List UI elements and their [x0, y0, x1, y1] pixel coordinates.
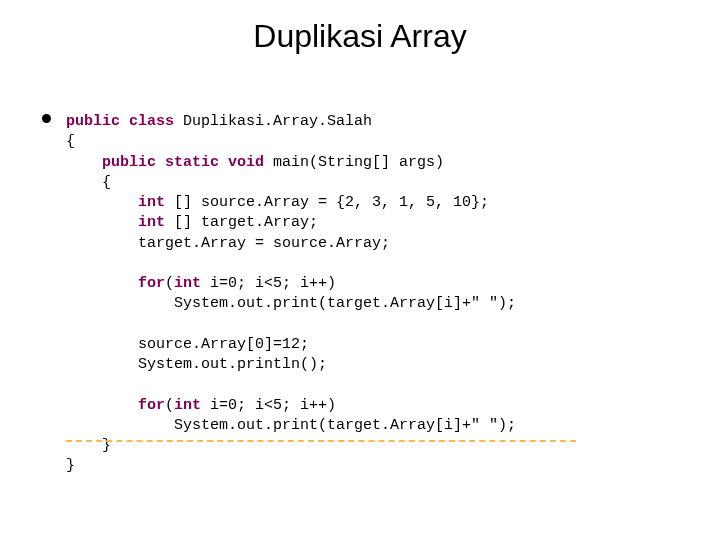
- code-text: [66, 275, 138, 292]
- code-text: (: [165, 397, 174, 414]
- code-text: System.out.print(target.Array[i]+" ");: [66, 417, 516, 434]
- code-text: target.Array = source.Array;: [66, 235, 390, 252]
- slide-title: Duplikasi Array: [0, 0, 720, 55]
- code-text: [120, 113, 129, 130]
- keyword-class: class: [129, 113, 174, 130]
- code-text: Duplikasi.Array.Salah: [174, 113, 372, 130]
- keyword-static: static: [165, 154, 219, 171]
- code-block: public class Duplikasi.Array.Salah { pub…: [66, 112, 516, 477]
- keyword-int: int: [174, 275, 201, 292]
- code-text: [156, 154, 165, 171]
- code-text: i=0; i<5; i++): [201, 397, 336, 414]
- code-text: [66, 194, 138, 211]
- dashed-divider: [66, 440, 576, 442]
- bullet-icon: [42, 114, 51, 123]
- keyword-int: int: [138, 214, 165, 231]
- keyword-public: public: [102, 154, 156, 171]
- keyword-void: void: [228, 154, 264, 171]
- code-text: [66, 154, 102, 171]
- code-text: main(String[] args): [264, 154, 444, 171]
- code-text: [66, 214, 138, 231]
- code-text: [219, 154, 228, 171]
- keyword-for: for: [138, 397, 165, 414]
- code-text: source.Array[0]=12;: [66, 336, 309, 353]
- code-text: i=0; i<5; i++): [201, 275, 336, 292]
- code-text: [] target.Array;: [165, 214, 318, 231]
- code-text: [66, 397, 138, 414]
- keyword-public: public: [66, 113, 120, 130]
- code-text: [] source.Array = {2, 3, 1, 5, 10};: [165, 194, 489, 211]
- keyword-int: int: [138, 194, 165, 211]
- code-text: System.out.print(target.Array[i]+" ");: [66, 295, 516, 312]
- code-text: (: [165, 275, 174, 292]
- keyword-int: int: [174, 397, 201, 414]
- code-text: }: [66, 457, 75, 474]
- code-text: {: [66, 174, 111, 191]
- code-text: {: [66, 133, 75, 150]
- code-text: System.out.println();: [66, 356, 327, 373]
- keyword-for: for: [138, 275, 165, 292]
